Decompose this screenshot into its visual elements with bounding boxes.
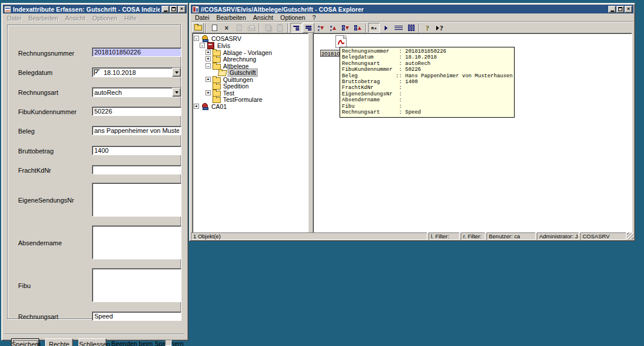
tree-item-abrechnung[interactable]: + Abrechnung (205, 56, 258, 62)
tree-item-gutschrift[interactable]: Gutschrift (211, 69, 258, 76)
bruttobetrag-input[interactable] (92, 146, 181, 155)
close-icon[interactable]: × (625, 6, 632, 13)
expander-icon[interactable]: + (205, 56, 211, 61)
rechnungsnummer-input[interactable] (92, 47, 181, 57)
absendername-textarea[interactable] (92, 225, 181, 259)
print-icon (245, 23, 257, 33)
rights-button[interactable]: Rechte (45, 338, 73, 346)
tree-item-spedition[interactable]: Spedition (205, 83, 250, 89)
expander-icon[interactable]: + (205, 50, 211, 55)
index-form: Rechnungsnummer Belegdatum ✓ 18.10.2018 … (3, 22, 187, 338)
tree-item-cosasrv[interactable]: - COSASRV (194, 35, 242, 42)
index-window-titlebar[interactable]: Indexattribute Erfassen: Gutschrift - CO… (3, 5, 187, 13)
expander-icon[interactable]: - (194, 36, 199, 41)
sort-az-ascending-icon[interactable]: az (327, 23, 339, 33)
tree-item-ca01[interactable]: + CA01 (194, 103, 228, 109)
sort-az-descending-icon[interactable]: az (315, 23, 327, 33)
tree-pane[interactable]: - COSASRV - Elvis + Ablage - Vorlagen + … (192, 33, 309, 233)
menu-help[interactable]: ? (309, 14, 319, 21)
menu-datei[interactable]: Datei (4, 15, 25, 22)
menu-ansicht[interactable]: Ansicht (249, 14, 276, 21)
field-label-belegdatum: Belegdatum (18, 69, 53, 76)
minimize-icon[interactable] (162, 6, 169, 13)
field-label-bruttobetrag: Bruttobetrag (18, 148, 54, 155)
copy-icon (262, 23, 273, 33)
maximize-icon[interactable] (616, 6, 624, 13)
status-admin: Administrator: Ja (537, 232, 579, 240)
explorer-window-icon (192, 6, 199, 13)
field-label-rechnungsart-2: Rechnungsart (18, 313, 59, 320)
expander-icon[interactable]: - (200, 43, 205, 48)
explorer-statusbar: 1 Objekt(e) l. Filter: r. Filter: Benutz… (191, 232, 635, 240)
folder-icon (213, 76, 220, 83)
tree-item-quittungen[interactable]: + Quittungen (205, 76, 254, 83)
new-document-icon[interactable] (208, 23, 220, 33)
view-list-icon[interactable] (393, 23, 405, 33)
maximize-icon[interactable] (170, 6, 177, 13)
menu-ansicht[interactable]: Ansicht (61, 15, 88, 22)
up-one-level-icon[interactable]: ↑ (192, 23, 204, 33)
status-objects: 1 Objekt(e) (191, 232, 427, 240)
fibukundennummer-input[interactable] (92, 107, 181, 116)
delete-icon[interactable]: × (221, 23, 232, 33)
status-server: COSASRV (580, 232, 626, 240)
status-user: Benutzer: ca (487, 232, 536, 240)
tooltip-line: Bruttobetrag : 1400 (342, 79, 512, 85)
menu-datei[interactable]: Datei (191, 14, 213, 21)
tooltip-line: Fibu : (342, 104, 512, 109)
tree-expand-icon[interactable] (290, 23, 302, 33)
expander-icon[interactable]: + (194, 104, 199, 109)
chevron-down-icon[interactable] (172, 88, 181, 97)
fibu-textarea[interactable] (92, 268, 181, 302)
view-small-icon[interactable] (381, 23, 392, 33)
tree-item-elvis[interactable]: - Elvis (200, 42, 231, 49)
chevron-down-icon[interactable] (172, 68, 181, 77)
toolbar-separator (205, 23, 207, 33)
close-icon[interactable]: × (178, 6, 186, 13)
menu-bearbeiten[interactable]: Bearbeiten (25, 15, 62, 22)
expander-icon[interactable]: - (205, 63, 211, 68)
tooltip-line: Absendername : (342, 97, 512, 103)
eigenesendungsnr-textarea[interactable] (92, 183, 181, 217)
close-form-button[interactable]: Schliessen (78, 338, 107, 346)
rechnungsart-2-input[interactable] (92, 311, 181, 321)
minimize-icon[interactable] (608, 6, 616, 13)
folder-icon (213, 49, 220, 56)
tooltip-line: EigeneSendungsNr : (342, 91, 512, 97)
view-large-icon[interactable]: aa (368, 23, 380, 33)
tree-item-test[interactable]: + Test (205, 90, 235, 96)
menu-bearbeiten[interactable]: Bearbeiten (213, 14, 250, 21)
view-details-icon[interactable] (405, 23, 417, 33)
sort-type-ascending-icon[interactable] (352, 23, 364, 33)
resize-grip-icon[interactable] (627, 232, 634, 239)
menu-optionen[interactable]: Optionen (89, 15, 121, 22)
expander-icon[interactable]: + (205, 77, 211, 82)
save-button[interactable]: Speichern (11, 338, 39, 346)
file-pane[interactable]: 201810185 Rechnungsnummer : 201810185022… (313, 33, 632, 233)
field-label-eigenesendungsnr: EigeneSendungsNr (18, 197, 74, 204)
belegdatum-combo[interactable]: ✓ 18.10.2018 (92, 67, 181, 77)
tree-item-ablage-vorlagen[interactable]: + Ablage - Vorlagen (205, 49, 273, 56)
explorer-menubar: Datei Bearbeiten Ansicht Optionen ? (191, 13, 633, 22)
help-icon[interactable]: ? (422, 23, 433, 33)
tooltip-line: Rechnungsart : autoRech (342, 61, 512, 67)
paste-icon (274, 23, 286, 33)
pdf-document-icon[interactable] (335, 35, 347, 48)
open-folder-icon (218, 69, 226, 76)
menu-hilfe[interactable]: Hilfe (121, 15, 140, 22)
menu-optionen[interactable]: Optionen (277, 14, 309, 21)
tree-item-testformulare[interactable]: TestFormulare (205, 96, 263, 102)
sort-type-descending-icon[interactable] (340, 23, 351, 33)
tree-collapse-icon[interactable] (303, 23, 314, 33)
context-help-icon[interactable]: ? (434, 23, 446, 33)
tooltip-line: Rechnungsart : Speed (342, 109, 512, 115)
explorer-titlebar[interactable]: //COSASRV/Elvis/Altbelege/Gutschrift - C… (191, 5, 633, 13)
belegdatum-checkbox[interactable]: ✓ (94, 69, 100, 76)
rechnungsart-combo[interactable]: autoRech (92, 87, 181, 97)
expander-icon[interactable]: + (205, 90, 211, 95)
tooltip-line: Beleg :: Hans Pappenheimer von Musterhau… (342, 73, 512, 79)
frachtkdnr-input[interactable] (92, 165, 181, 174)
index-window: Indexattribute Erfassen: Gutschrift - CO… (1, 3, 189, 341)
exit-on-save-checkbox[interactable] (165, 340, 172, 346)
beleg-input[interactable] (92, 126, 181, 135)
